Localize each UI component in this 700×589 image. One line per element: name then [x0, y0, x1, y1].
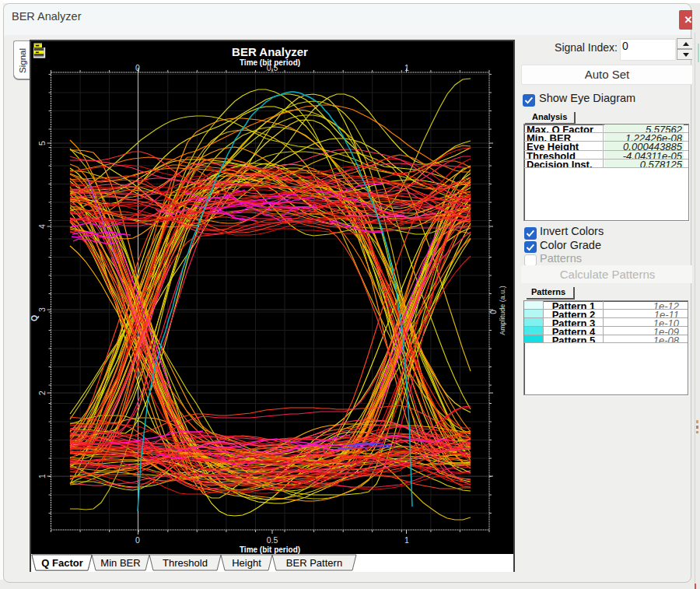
svg-text:Min BER: Min BER [100, 557, 140, 569]
svg-text:Threshold: Threshold [163, 557, 208, 569]
svg-text:5: 5 [37, 141, 47, 145]
svg-text:Q: Q [30, 315, 39, 321]
svg-text:BER Pattern: BER Pattern [286, 557, 342, 569]
svg-text:1: 1 [404, 535, 409, 545]
svg-text:3: 3 [37, 307, 47, 312]
svg-text:Q Factor: Q Factor [41, 557, 82, 569]
svg-text:Time (bit period): Time (bit period) [240, 545, 300, 554]
svg-text:4: 4 [37, 224, 47, 229]
svg-text:0: 0 [489, 310, 498, 314]
svg-text:Height: Height [232, 557, 261, 569]
svg-text:BER Analyzer: BER Analyzer [232, 45, 308, 58]
svg-text:1: 1 [404, 63, 409, 72]
svg-text:2: 2 [37, 391, 47, 395]
svg-text:Amplitude (a.u.): Amplitude (a.u.) [499, 286, 506, 335]
svg-text:0: 0 [135, 63, 140, 72]
svg-text:1: 1 [37, 474, 47, 479]
svg-text:0.5: 0.5 [267, 63, 278, 72]
svg-text:0: 0 [135, 535, 140, 545]
svg-text:0.5: 0.5 [267, 535, 278, 545]
